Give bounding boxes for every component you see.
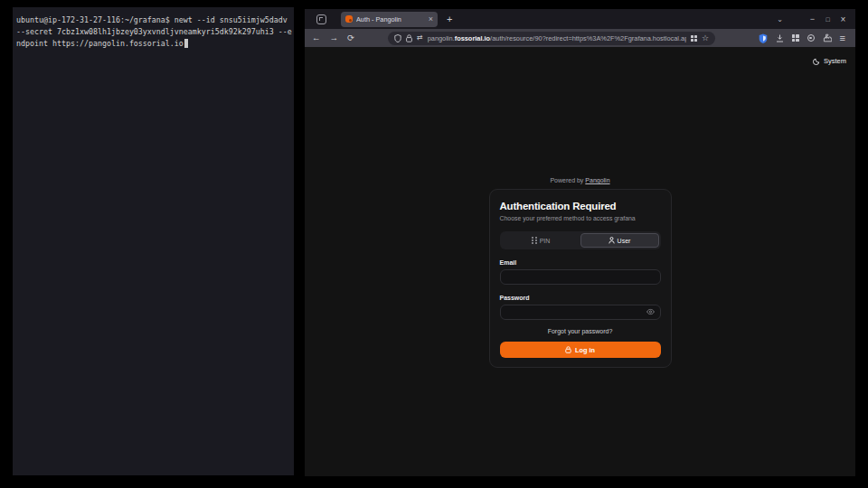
moon-icon	[813, 58, 820, 65]
terminal-window[interactable]: ubuntu@ip-172-31-27-116:~/grafana$ newt …	[13, 7, 294, 475]
email-label: Email	[500, 259, 661, 266]
powered-by-text: Powered by	[550, 177, 583, 183]
firefox-view-icon[interactable]	[316, 14, 326, 24]
tab-user[interactable]: User	[580, 233, 659, 248]
close-window-button[interactable]: ×	[835, 14, 851, 24]
url-text[interactable]: pangolin.fossorial.io/auth/resource/90?r…	[428, 34, 686, 42]
terminal-cursor	[184, 39, 189, 48]
password-field-wrap	[500, 301, 661, 320]
url-host-prefix: pangolin.	[428, 34, 455, 42]
card-subtitle: Choose your preferred method to access g…	[500, 215, 661, 221]
tab-close-icon[interactable]: ×	[429, 15, 433, 23]
toolbar-extensions: ≡	[759, 33, 848, 43]
forward-icon[interactable]: →	[330, 33, 339, 42]
terminal-line: ndpoint https://pangolin.fossorial.io	[16, 38, 289, 50]
maximize-button[interactable]: □	[820, 16, 835, 23]
tab-auth-pangolin[interactable]: Auth - Pangolin ×	[341, 12, 438, 27]
login-button[interactable]: Log in	[500, 342, 661, 358]
window-controls: ⌄ − □ ×	[777, 14, 855, 24]
lock-icon	[565, 346, 571, 353]
extensions-puzzle-icon[interactable]	[823, 33, 832, 42]
card-title: Authentication Required	[500, 201, 661, 211]
browser-window: Auth - Pangolin × + ⌄ − □ × ← → ⟳ ⇄ pang…	[305, 9, 855, 476]
desktop: ubuntu@ip-172-31-27-116:~/grafana$ newt …	[0, 0, 868, 488]
extension-grid-icon[interactable]	[792, 34, 799, 42]
theme-toggle-button[interactable]: System	[813, 57, 846, 65]
terminal-line: --secret 7cbz1xw08lh1jbzey03yxvndljvneam…	[16, 26, 289, 38]
web-page: System Powered by Pangolin Authenticatio…	[305, 47, 855, 476]
theme-toggle-label: System	[824, 57, 846, 65]
pangolin-link[interactable]: Pangolin	[585, 177, 609, 183]
recorder-extension-icon[interactable]	[807, 34, 815, 42]
password-label: Password	[500, 295, 661, 301]
terminal-line-text: ndpoint https://pangolin.fossorial.io	[16, 39, 184, 48]
navigation-toolbar: ← → ⟳ ⇄ pangolin.fossorial.io/auth/resou…	[305, 29, 855, 47]
menu-hamburger-icon[interactable]: ≡	[840, 33, 845, 43]
reload-icon[interactable]: ⟳	[347, 33, 354, 42]
show-password-eye-icon[interactable]	[646, 308, 655, 314]
url-bar[interactable]: ⇄ pangolin.fossorial.io/auth/resource/90…	[388, 32, 715, 45]
auth-section: Powered by Pangolin Authentication Requi…	[305, 177, 855, 368]
tab-title: Auth - Pangolin	[356, 15, 425, 23]
tab-pin-label: PIN	[540, 238, 551, 244]
powered-by: Powered by Pangolin	[550, 177, 609, 183]
terminal-line: ubuntu@ip-172-31-27-116:~/grafana$ newt …	[16, 14, 289, 26]
auth-method-tabs: PIN User	[500, 231, 661, 249]
email-input[interactable]	[500, 269, 661, 285]
pangolin-favicon-icon	[345, 15, 353, 23]
tab-bar: Auth - Pangolin × + ⌄ − □ ×	[305, 9, 855, 29]
new-tab-button[interactable]: +	[447, 14, 452, 24]
tracking-protection-shield-icon[interactable]	[394, 34, 401, 42]
auth-card: Authentication Required Choose your pref…	[489, 189, 672, 368]
tab-user-label: User	[618, 238, 631, 244]
url-host: fossorial.io	[455, 34, 490, 42]
forgot-password-link[interactable]: Forgot your password?	[500, 328, 661, 334]
url-path: /auth/resource/90?redirect=https%3A%2F%2…	[490, 34, 686, 42]
lock-icon[interactable]	[406, 34, 412, 42]
bookmark-star-icon[interactable]: ☆	[702, 34, 709, 42]
user-icon	[609, 237, 615, 244]
password-input[interactable]	[500, 305, 661, 320]
download-icon[interactable]	[776, 34, 784, 42]
list-all-tabs-icon[interactable]: ⌄	[777, 15, 783, 23]
permissions-icon[interactable]: ⇄	[417, 34, 423, 42]
pin-keypad-icon	[532, 237, 537, 244]
bitwarden-extension-icon[interactable]	[759, 33, 768, 43]
login-button-label: Log in	[575, 346, 595, 354]
containers-icon[interactable]	[691, 35, 697, 42]
tab-pin[interactable]: PIN	[502, 233, 580, 248]
minimize-button[interactable]: −	[805, 14, 820, 23]
back-icon[interactable]: ←	[312, 33, 321, 42]
